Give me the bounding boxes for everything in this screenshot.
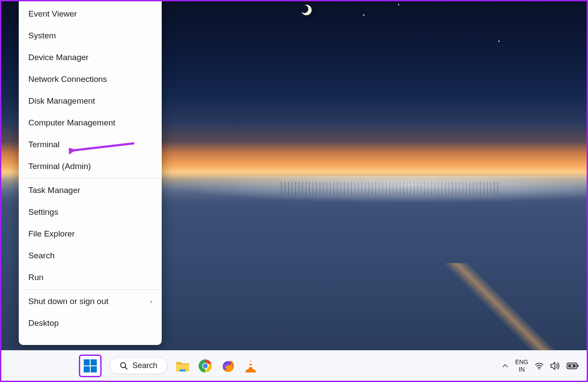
tray-chevron-up-icon[interactable]	[501, 362, 509, 370]
taskbar: Search	[1, 350, 587, 381]
road-graphic	[412, 263, 587, 350]
menu-item-label: Computer Management	[28, 118, 116, 128]
menu-item-label: Desktop	[28, 318, 59, 328]
menu-item-label: Search	[28, 251, 54, 260]
windows-logo-icon	[84, 359, 97, 372]
moon-graphic	[300, 3, 313, 17]
language-indicator[interactable]: ENG IN	[515, 358, 528, 372]
taskbar-search[interactable]: Search	[109, 357, 167, 374]
menu-item-system[interactable]: System	[19, 25, 162, 47]
search-icon	[119, 362, 128, 370]
menu-item-label: Shut down or sign out	[28, 297, 109, 306]
menu-item-network-connections[interactable]: Network Connections	[19, 68, 162, 90]
menu-item-terminal-admin-[interactable]: Terminal (Admin)	[19, 156, 162, 177]
menu-item-search[interactable]: Search	[19, 245, 162, 267]
wifi-icon[interactable]	[534, 361, 544, 371]
chevron-right-icon: ›	[150, 298, 152, 305]
menu-item-file-explorer[interactable]: File Explorer	[19, 223, 162, 245]
menu-item-label: Terminal	[28, 140, 60, 149]
svg-line-2	[125, 367, 127, 369]
svg-point-6	[203, 363, 208, 368]
menu-item-label: Settings	[28, 207, 58, 217]
lang-line-1: ENG	[515, 358, 528, 365]
svg-rect-9	[248, 365, 253, 367]
menu-item-label: Network Connections	[28, 74, 107, 84]
menu-item-label: Device Manager	[28, 53, 88, 62]
menu-item-desktop[interactable]: Desktop	[19, 312, 162, 334]
start-button[interactable]	[79, 355, 102, 377]
menu-item-terminal[interactable]: Terminal	[19, 134, 162, 156]
start-context-menu: Event ViewerSystemDevice ManagerNetwork …	[19, 1, 162, 345]
folder-icon	[175, 359, 190, 372]
menu-item-disk-management[interactable]: Disk Management	[19, 90, 162, 112]
lang-line-2: IN	[515, 366, 528, 373]
svg-rect-13	[577, 365, 578, 367]
menu-item-label: Event Viewer	[28, 9, 77, 19]
menu-item-label: Task Manager	[28, 186, 80, 195]
svg-point-10	[539, 368, 540, 369]
menu-item-event-viewer[interactable]: Event Viewer	[19, 3, 162, 25]
vlc-cone-icon	[244, 359, 257, 373]
menu-item-label: System	[28, 31, 56, 41]
menu-item-run[interactable]: Run	[19, 267, 162, 288]
firefox-icon	[221, 359, 235, 373]
menu-item-label: Disk Management	[28, 96, 95, 106]
taskbar-app-file-explorer[interactable]	[175, 358, 190, 373]
chrome-icon	[198, 359, 212, 373]
menu-item-label: Run	[28, 273, 44, 282]
menu-item-computer-management[interactable]: Computer Management	[19, 112, 162, 134]
taskbar-app-chrome[interactable]	[198, 358, 213, 373]
battery-icon[interactable]	[567, 362, 579, 370]
menu-item-task-manager[interactable]: Task Manager	[19, 179, 162, 201]
taskbar-app-firefox[interactable]	[221, 358, 235, 373]
menu-item-label: File Explorer	[28, 229, 75, 239]
star-graphic	[498, 41, 500, 42]
menu-separator	[20, 289, 160, 290]
menu-item-settings[interactable]: Settings	[19, 201, 162, 223]
svg-rect-3	[180, 369, 186, 372]
star-graphic	[363, 14, 364, 16]
volume-icon[interactable]	[550, 361, 561, 371]
menu-item-device-manager[interactable]: Device Manager	[19, 47, 162, 68]
menu-item-label: Terminal (Admin)	[28, 162, 91, 171]
svg-rect-8	[249, 362, 252, 364]
menu-separator	[20, 178, 160, 179]
star-graphic	[398, 4, 399, 5]
search-label: Search	[133, 361, 157, 370]
taskbar-app-vlc[interactable]	[243, 358, 258, 373]
menu-item-shut-down-or-sign-out[interactable]: Shut down or sign out›	[19, 291, 162, 312]
